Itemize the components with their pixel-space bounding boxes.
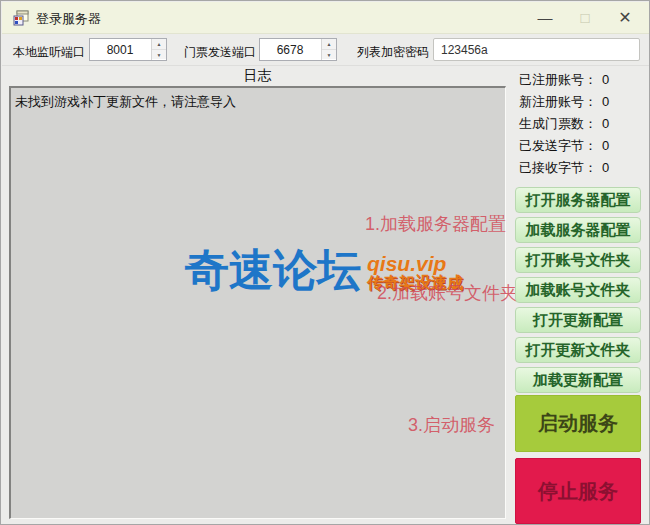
listen-port-value[interactable]: 8001 <box>90 43 150 57</box>
stat-label: 新注册账号： <box>519 94 597 109</box>
start-service-button[interactable]: 启动服务 <box>515 395 641 452</box>
stat-value: 0 <box>602 94 609 109</box>
password-input[interactable]: 123456a <box>433 38 640 61</box>
ticket-port-label: 门票发送端口 <box>184 44 256 61</box>
stat-registered-accounts: 已注册账号：0 <box>519 71 609 89</box>
titlebar: 登录服务器 — □ ✕ <box>2 2 650 34</box>
watermark-brand: 奇速论坛 <box>185 241 361 300</box>
stepper-arrows[interactable]: ▲ ▼ <box>321 39 336 60</box>
load-update-config-button[interactable]: 加载更新配置 <box>515 367 641 393</box>
stepper-down-icon[interactable]: ▼ <box>322 49 336 59</box>
ticket-port-value[interactable]: 6678 <box>260 43 320 57</box>
stat-label: 已发送字节： <box>519 138 597 153</box>
stat-value: 0 <box>602 72 609 87</box>
log-line: 未找到游戏补丁更新文件，请注意导入 <box>15 93 236 111</box>
app-form-icon <box>13 10 29 26</box>
annotation-step2: 2.加载账号文件夹 <box>377 281 518 305</box>
listen-port-stepper[interactable]: 8001 ▲ ▼ <box>89 38 167 61</box>
stat-value: 0 <box>602 138 609 153</box>
stepper-arrows[interactable]: ▲ ▼ <box>151 39 166 60</box>
stat-label: 已接收字节： <box>519 160 597 175</box>
stat-new-accounts: 新注册账号：0 <box>519 93 609 111</box>
open-server-config-button[interactable]: 打开服务器配置 <box>515 187 641 213</box>
stat-value: 0 <box>602 160 609 175</box>
close-icon[interactable]: ✕ <box>608 2 642 33</box>
ticket-port-stepper[interactable]: 6678 ▲ ▼ <box>259 38 337 61</box>
stop-service-button[interactable]: 停止服务 <box>515 458 641 524</box>
stat-bytes-received: 已接收字节：0 <box>519 159 609 177</box>
open-update-config-button[interactable]: 打开更新配置 <box>515 307 641 333</box>
load-account-folder-button[interactable]: 加载账号文件夹 <box>515 277 641 303</box>
password-label: 列表加密密码 <box>357 44 429 61</box>
stepper-down-icon[interactable]: ▼ <box>152 49 166 59</box>
stat-label: 生成门票数： <box>519 116 597 131</box>
listen-port-label: 本地监听端口 <box>13 44 85 61</box>
stat-bytes-sent: 已发送字节：0 <box>519 137 609 155</box>
log-header: 日志 <box>9 67 506 85</box>
annotation-step1: 1.加载服务器配置 <box>365 212 506 236</box>
maximize-icon[interactable]: □ <box>568 2 602 33</box>
window-title: 登录服务器 <box>36 10 101 28</box>
login-server-window: 登录服务器 — □ ✕ 本地监听端口 8001 ▲ ▼ 门票发送端口 6678 … <box>0 0 650 525</box>
open-update-folder-button[interactable]: 打开更新文件夹 <box>515 337 641 363</box>
annotation-step3: 3.启动服务 <box>408 413 495 437</box>
stepper-up-icon[interactable]: ▲ <box>152 39 166 49</box>
stat-label: 已注册账号： <box>519 72 597 87</box>
stepper-up-icon[interactable]: ▲ <box>322 39 336 49</box>
open-account-folder-button[interactable]: 打开账号文件夹 <box>515 247 641 273</box>
stat-tickets-generated: 生成门票数：0 <box>519 115 609 133</box>
stat-value: 0 <box>602 116 609 131</box>
minimize-icon[interactable]: — <box>528 2 562 33</box>
load-server-config-button[interactable]: 加载服务器配置 <box>515 217 641 243</box>
toolbar-separator <box>2 65 650 66</box>
